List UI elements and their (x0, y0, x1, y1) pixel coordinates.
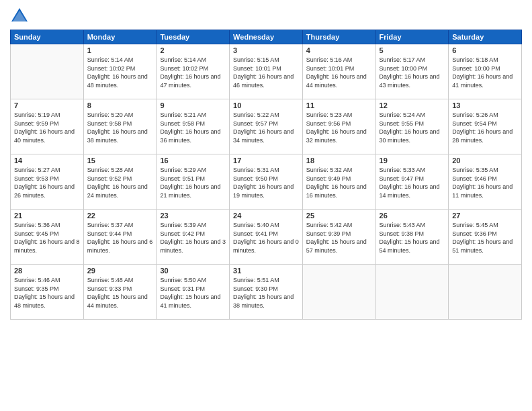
calendar-cell: 1 Sunrise: 5:14 AM Sunset: 10:02 PM Dayl… (83, 44, 157, 99)
calendar-cell: 21 Sunrise: 5:36 AM Sunset: 9:45 PM Dayl… (11, 210, 84, 265)
calendar-cell: 19 Sunrise: 5:33 AM Sunset: 9:47 PM Dayl… (375, 154, 449, 210)
week-row-3: 21 Sunrise: 5:36 AM Sunset: 9:45 PM Dayl… (11, 210, 522, 265)
calendar-cell: 13 Sunrise: 5:26 AM Sunset: 9:54 PM Dayl… (449, 99, 522, 154)
day-number: 26 (380, 212, 445, 220)
calendar-cell: 2 Sunrise: 5:14 AM Sunset: 10:02 PM Dayl… (157, 44, 230, 99)
day-number: 4 (306, 46, 372, 54)
calendar-cell: 14 Sunrise: 5:27 AM Sunset: 9:53 PM Dayl… (11, 154, 84, 210)
weekday-header-sunday: Sunday (11, 30, 84, 44)
day-number: 10 (233, 101, 299, 109)
day-number: 2 (160, 46, 226, 54)
calendar-cell: 26 Sunrise: 5:43 AM Sunset: 9:38 PM Dayl… (375, 210, 449, 265)
day-number: 18 (306, 156, 372, 165)
day-number: 9 (160, 101, 226, 109)
cell-text: Sunrise: 5:15 AM Sunset: 10:01 PM Daylig… (233, 56, 299, 89)
day-number: 13 (452, 101, 518, 109)
calendar-cell: 10 Sunrise: 5:22 AM Sunset: 9:57 PM Dayl… (230, 99, 303, 154)
day-number: 8 (87, 101, 153, 109)
week-row-1: 7 Sunrise: 5:19 AM Sunset: 9:59 PM Dayli… (11, 99, 522, 154)
calendar-cell: 9 Sunrise: 5:21 AM Sunset: 9:58 PM Dayli… (157, 99, 230, 154)
cell-text: Sunrise: 5:33 AM Sunset: 9:47 PM Dayligh… (380, 166, 445, 199)
day-number: 21 (14, 212, 80, 220)
day-number: 11 (306, 101, 372, 109)
day-number: 22 (87, 212, 153, 220)
day-number: 5 (380, 46, 445, 54)
logo-icon (10, 7, 29, 26)
week-row-2: 14 Sunrise: 5:27 AM Sunset: 9:53 PM Dayl… (11, 154, 522, 210)
calendar-cell: 20 Sunrise: 5:35 AM Sunset: 9:46 PM Dayl… (449, 154, 522, 210)
cell-text: Sunrise: 5:14 AM Sunset: 10:02 PM Daylig… (160, 56, 226, 89)
day-number: 27 (452, 212, 518, 220)
calendar-cell: 8 Sunrise: 5:20 AM Sunset: 9:58 PM Dayli… (83, 99, 157, 154)
cell-text: Sunrise: 5:43 AM Sunset: 9:38 PM Dayligh… (380, 221, 445, 255)
cell-text: Sunrise: 5:51 AM Sunset: 9:30 PM Dayligh… (233, 276, 299, 310)
calendar-cell: 18 Sunrise: 5:32 AM Sunset: 9:49 PM Dayl… (302, 154, 375, 210)
day-number: 23 (160, 212, 226, 220)
cell-text: Sunrise: 5:20 AM Sunset: 9:58 PM Dayligh… (87, 111, 153, 144)
calendar-cell: 29 Sunrise: 5:48 AM Sunset: 9:33 PM Dayl… (83, 265, 157, 320)
day-number: 20 (452, 156, 518, 165)
weekday-header-row: SundayMondayTuesdayWednesdayThursdayFrid… (11, 30, 522, 44)
day-number: 29 (87, 267, 153, 275)
calendar-cell (11, 44, 84, 99)
day-number: 28 (14, 267, 80, 275)
calendar-cell: 7 Sunrise: 5:19 AM Sunset: 9:59 PM Dayli… (11, 99, 84, 154)
calendar-cell: 6 Sunrise: 5:18 AM Sunset: 10:00 PM Dayl… (449, 44, 522, 99)
cell-text: Sunrise: 5:50 AM Sunset: 9:31 PM Dayligh… (160, 276, 226, 310)
day-number: 25 (306, 212, 372, 220)
cell-text: Sunrise: 5:17 AM Sunset: 10:00 PM Daylig… (380, 56, 445, 89)
weekday-header-wednesday: Wednesday (230, 30, 303, 44)
cell-text: Sunrise: 5:24 AM Sunset: 9:55 PM Dayligh… (380, 111, 445, 144)
day-number: 16 (160, 156, 226, 165)
cell-text: Sunrise: 5:45 AM Sunset: 9:36 PM Dayligh… (452, 221, 518, 255)
calendar-cell: 27 Sunrise: 5:45 AM Sunset: 9:36 PM Dayl… (449, 210, 522, 265)
page: SundayMondayTuesdayWednesdayThursdayFrid… (0, 0, 532, 411)
calendar-cell: 25 Sunrise: 5:42 AM Sunset: 9:39 PM Dayl… (302, 210, 375, 265)
calendar-cell: 11 Sunrise: 5:23 AM Sunset: 9:56 PM Dayl… (302, 99, 375, 154)
weekday-header-tuesday: Tuesday (157, 30, 230, 44)
calendar-cell: 17 Sunrise: 5:31 AM Sunset: 9:50 PM Dayl… (230, 154, 303, 210)
day-number: 7 (14, 101, 80, 109)
cell-text: Sunrise: 5:37 AM Sunset: 9:44 PM Dayligh… (87, 221, 153, 255)
calendar-cell: 24 Sunrise: 5:40 AM Sunset: 9:41 PM Dayl… (230, 210, 303, 265)
calendar-cell: 22 Sunrise: 5:37 AM Sunset: 9:44 PM Dayl… (83, 210, 157, 265)
day-number: 17 (233, 156, 299, 165)
weekday-header-thursday: Thursday (302, 30, 375, 44)
calendar-cell: 31 Sunrise: 5:51 AM Sunset: 9:30 PM Dayl… (230, 265, 303, 320)
weekday-header-saturday: Saturday (449, 30, 522, 44)
cell-text: Sunrise: 5:32 AM Sunset: 9:49 PM Dayligh… (306, 166, 372, 199)
cell-text: Sunrise: 5:42 AM Sunset: 9:39 PM Dayligh… (306, 221, 372, 255)
calendar-cell (302, 265, 375, 320)
cell-text: Sunrise: 5:46 AM Sunset: 9:35 PM Dayligh… (14, 276, 80, 310)
weekday-header-monday: Monday (83, 30, 157, 44)
cell-text: Sunrise: 5:19 AM Sunset: 9:59 PM Dayligh… (14, 111, 80, 144)
calendar-cell (449, 265, 522, 320)
day-number: 3 (233, 46, 299, 54)
day-number: 15 (87, 156, 153, 165)
week-row-4: 28 Sunrise: 5:46 AM Sunset: 9:35 PM Dayl… (11, 265, 522, 320)
calendar-cell: 16 Sunrise: 5:29 AM Sunset: 9:51 PM Dayl… (157, 154, 230, 210)
calendar-table: SundayMondayTuesdayWednesdayThursdayFrid… (10, 30, 522, 320)
day-number: 12 (380, 101, 445, 109)
weekday-header-friday: Friday (375, 30, 449, 44)
cell-text: Sunrise: 5:22 AM Sunset: 9:57 PM Dayligh… (233, 111, 299, 144)
calendar-cell: 28 Sunrise: 5:46 AM Sunset: 9:35 PM Dayl… (11, 265, 84, 320)
logo (10, 7, 32, 26)
calendar-cell: 23 Sunrise: 5:39 AM Sunset: 9:42 PM Dayl… (157, 210, 230, 265)
calendar-cell: 5 Sunrise: 5:17 AM Sunset: 10:00 PM Dayl… (375, 44, 449, 99)
cell-text: Sunrise: 5:39 AM Sunset: 9:42 PM Dayligh… (160, 221, 226, 255)
cell-text: Sunrise: 5:18 AM Sunset: 10:00 PM Daylig… (452, 56, 518, 89)
calendar-cell: 12 Sunrise: 5:24 AM Sunset: 9:55 PM Dayl… (375, 99, 449, 154)
day-number: 1 (87, 46, 153, 54)
day-number: 31 (233, 267, 299, 275)
cell-text: Sunrise: 5:31 AM Sunset: 9:50 PM Dayligh… (233, 166, 299, 199)
week-row-0: 1 Sunrise: 5:14 AM Sunset: 10:02 PM Dayl… (11, 44, 522, 99)
cell-text: Sunrise: 5:14 AM Sunset: 10:02 PM Daylig… (87, 56, 153, 89)
calendar-cell: 30 Sunrise: 5:50 AM Sunset: 9:31 PM Dayl… (157, 265, 230, 320)
cell-text: Sunrise: 5:29 AM Sunset: 9:51 PM Dayligh… (160, 166, 226, 199)
cell-text: Sunrise: 5:35 AM Sunset: 9:46 PM Dayligh… (452, 166, 518, 199)
day-number: 24 (233, 212, 299, 220)
cell-text: Sunrise: 5:23 AM Sunset: 9:56 PM Dayligh… (306, 111, 372, 144)
cell-text: Sunrise: 5:27 AM Sunset: 9:53 PM Dayligh… (14, 166, 80, 199)
cell-text: Sunrise: 5:48 AM Sunset: 9:33 PM Dayligh… (87, 276, 153, 310)
